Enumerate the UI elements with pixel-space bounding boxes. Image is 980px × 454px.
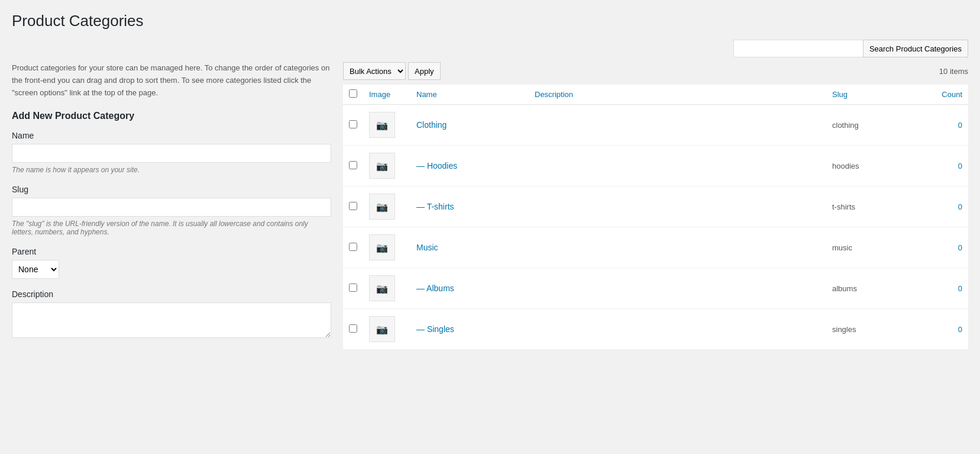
slug-hint: The "slug" is the URL-friendly version o…: [12, 220, 331, 236]
row-image-cell: 📷: [363, 268, 410, 309]
items-count: 10 items: [939, 67, 968, 76]
bulk-actions-wrap: Bulk Actions Apply: [343, 62, 441, 80]
row-check-cell: [343, 227, 363, 268]
image-placeholder: 📷: [369, 112, 395, 138]
row-count-cell: 0: [921, 268, 968, 309]
col-header-description[interactable]: Description: [529, 85, 826, 105]
category-name-link[interactable]: — Singles: [416, 324, 454, 334]
row-slug-cell: clothing: [826, 105, 921, 146]
row-description-cell: [529, 309, 826, 350]
image-icon: 📷: [376, 201, 388, 212]
row-image-cell: 📷: [363, 309, 410, 350]
row-name-cell: Clothing: [410, 105, 529, 146]
row-check-cell: [343, 105, 363, 146]
category-name-link[interactable]: — Hoodies: [416, 161, 457, 170]
row-checkbox[interactable]: [349, 161, 357, 169]
intro-text: Product categories for your store can be…: [12, 62, 331, 99]
row-checkbox[interactable]: [349, 324, 357, 333]
description-label: Description: [12, 289, 331, 299]
row-slug-cell: t-shirts: [826, 186, 921, 227]
image-placeholder: 📷: [369, 194, 395, 220]
row-slug-cell: music: [826, 227, 921, 268]
bulk-actions-select[interactable]: Bulk Actions: [343, 62, 406, 80]
image-placeholder: 📷: [369, 234, 395, 260]
category-name-link[interactable]: — Albums: [416, 284, 454, 293]
apply-button[interactable]: Apply: [408, 62, 441, 80]
row-description-cell: [529, 227, 826, 268]
page-wrap: Product Categories Search Product Catego…: [0, 0, 980, 362]
row-check-cell: [343, 309, 363, 350]
slug-input[interactable]: [12, 198, 331, 217]
table-row: 📷 — Hoodies hoodies 0: [343, 146, 968, 186]
image-placeholder: 📷: [369, 153, 395, 179]
row-checkbox[interactable]: [349, 202, 357, 210]
parent-group: Parent None: [12, 247, 331, 279]
description-textarea[interactable]: [12, 302, 331, 338]
row-name-cell: — Albums: [410, 268, 529, 309]
image-icon: 📷: [376, 120, 388, 131]
count-link[interactable]: 0: [958, 284, 962, 293]
row-image-cell: 📷: [363, 227, 410, 268]
row-count-cell: 0: [921, 105, 968, 146]
row-slug-cell: albums: [826, 268, 921, 309]
col-header-image[interactable]: Image: [363, 85, 410, 105]
name-label: Name: [12, 131, 331, 140]
row-count-cell: 0: [921, 186, 968, 227]
table-toolbar: Bulk Actions Apply 10 items: [343, 62, 968, 80]
row-name-cell: — Singles: [410, 309, 529, 350]
row-image-cell: 📷: [363, 146, 410, 186]
parent-label: Parent: [12, 247, 331, 256]
table-row: 📷 Clothing clothing 0: [343, 105, 968, 146]
col-header-count[interactable]: Count: [921, 85, 968, 105]
category-name-link[interactable]: Music: [416, 243, 438, 252]
row-slug-cell: hoodies: [826, 146, 921, 186]
count-link[interactable]: 0: [958, 243, 962, 252]
count-link[interactable]: 0: [958, 162, 962, 170]
count-link[interactable]: 0: [958, 202, 962, 211]
row-name-cell: — Hoodies: [410, 146, 529, 186]
category-name-link[interactable]: Clothing: [416, 120, 447, 130]
row-name-cell: — T-shirts: [410, 186, 529, 227]
table-row: 📷 — T-shirts t-shirts 0: [343, 186, 968, 227]
col-header-check: [343, 85, 363, 105]
row-description-cell: [529, 146, 826, 186]
image-placeholder: 📷: [369, 275, 395, 301]
name-group: Name The name is how it appears on your …: [12, 131, 331, 174]
row-description-cell: [529, 186, 826, 227]
image-icon: 📷: [376, 283, 388, 294]
slug-label: Slug: [12, 185, 331, 194]
row-check-cell: [343, 186, 363, 227]
table-header-row: Image Name Description Slug Count: [343, 85, 968, 105]
col-header-slug[interactable]: Slug: [826, 85, 921, 105]
search-button[interactable]: Search Product Categories: [863, 40, 968, 57]
count-link[interactable]: 0: [958, 325, 962, 334]
image-placeholder: 📷: [369, 316, 395, 342]
col-header-name[interactable]: Name: [410, 85, 529, 105]
row-count-cell: 0: [921, 227, 968, 268]
row-checkbox[interactable]: [349, 243, 357, 251]
row-image-cell: 📷: [363, 186, 410, 227]
categories-table: Image Name Description Slug Count 📷: [343, 85, 968, 350]
table-row: 📷 Music music 0: [343, 227, 968, 268]
category-name-link[interactable]: — T-shirts: [416, 202, 454, 211]
parent-select[interactable]: None: [12, 260, 59, 279]
select-all-checkbox[interactable]: [349, 89, 357, 98]
name-hint: The name is how it appears on your site.: [12, 166, 331, 174]
search-area: Search Product Categories: [733, 40, 968, 57]
row-count-cell: 0: [921, 309, 968, 350]
search-input[interactable]: [733, 40, 863, 57]
image-icon: 📷: [376, 324, 388, 335]
image-icon: 📷: [376, 242, 388, 253]
left-panel: Product categories for your store can be…: [12, 62, 331, 350]
row-checkbox[interactable]: [349, 120, 357, 128]
top-bar: Search Product Categories: [12, 40, 968, 57]
row-count-cell: 0: [921, 146, 968, 186]
table-row: 📷 — Singles singles 0: [343, 309, 968, 350]
row-checkbox[interactable]: [349, 284, 357, 292]
table-row: 📷 — Albums albums 0: [343, 268, 968, 309]
row-slug-cell: singles: [826, 309, 921, 350]
parent-select-wrap: None: [12, 260, 331, 279]
row-name-cell: Music: [410, 227, 529, 268]
name-input[interactable]: [12, 144, 331, 163]
count-link[interactable]: 0: [958, 121, 962, 130]
